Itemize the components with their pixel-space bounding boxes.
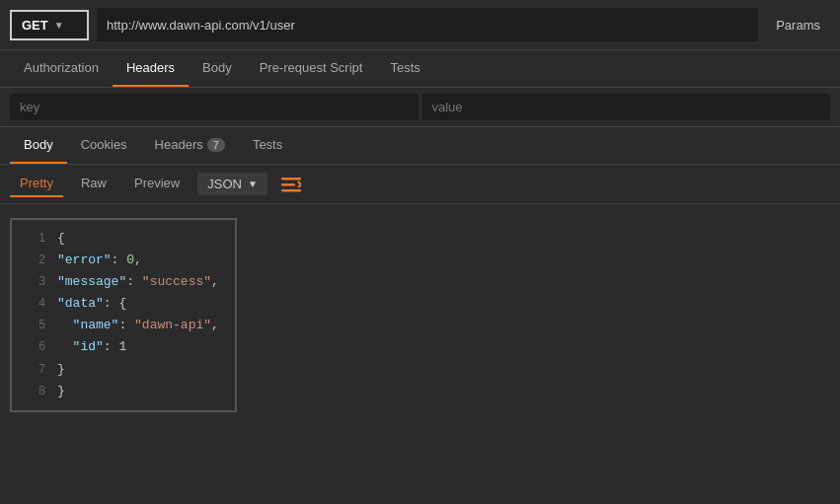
- url-bar: GET ▼ Params: [0, 0, 840, 50]
- tab-response-headers[interactable]: Headers7: [141, 127, 239, 164]
- svg-rect-2: [281, 189, 301, 192]
- request-tabs: Authorization Headers Body Pre-request S…: [0, 50, 840, 88]
- url-input[interactable]: [97, 8, 758, 41]
- format-select[interactable]: JSON ▼: [197, 173, 267, 195]
- line-6: 6 "id": 1: [24, 336, 223, 358]
- fmt-tab-pretty[interactable]: Pretty: [10, 171, 63, 197]
- line-8: 8 }: [24, 381, 223, 402]
- tab-body[interactable]: Body: [189, 50, 246, 87]
- json-code-block: 1 { 2 "error": 0, 3 "message": "success"…: [10, 218, 237, 412]
- json-body: 1 { 2 "error": 0, 3 "message": "success"…: [0, 204, 840, 426]
- tab-response-body[interactable]: Body: [10, 127, 67, 164]
- line-5: 5 "name": "dawn-api",: [24, 315, 223, 336]
- response-tabs: Body Cookies Headers7 Tests: [0, 127, 840, 165]
- header-value-input[interactable]: [422, 94, 831, 120]
- svg-rect-0: [281, 178, 301, 180]
- fmt-tab-raw[interactable]: Raw: [71, 171, 116, 197]
- tab-response-tests[interactable]: Tests: [239, 127, 296, 164]
- method-button[interactable]: GET ▼: [10, 10, 89, 40]
- header-key-input[interactable]: [10, 94, 419, 120]
- format-label: JSON: [207, 177, 242, 191]
- line-4: 4 "data": {: [24, 293, 223, 315]
- tab-headers[interactable]: Headers: [113, 50, 189, 87]
- line-1: 1 {: [24, 228, 223, 250]
- format-chevron-icon: ▼: [248, 179, 258, 189]
- wrap-button[interactable]: [275, 172, 307, 197]
- method-label: GET: [22, 18, 48, 33]
- tab-response-cookies[interactable]: Cookies: [67, 127, 141, 164]
- line-7: 7 }: [24, 359, 223, 381]
- params-button[interactable]: Params: [766, 12, 830, 38]
- fmt-tab-preview[interactable]: Preview: [124, 171, 190, 197]
- line-2: 2 "error": 0,: [24, 250, 223, 271]
- tab-prerequest[interactable]: Pre-request Script: [246, 50, 377, 87]
- method-chevron-icon: ▼: [54, 20, 64, 31]
- headers-row: [0, 88, 840, 127]
- tab-tests[interactable]: Tests: [376, 50, 433, 87]
- format-bar: Pretty Raw Preview JSON ▼: [0, 165, 840, 204]
- tab-authorization[interactable]: Authorization: [10, 50, 113, 87]
- line-3: 3 "message": "success",: [24, 271, 223, 293]
- svg-rect-1: [281, 183, 295, 186]
- headers-badge: 7: [207, 138, 225, 152]
